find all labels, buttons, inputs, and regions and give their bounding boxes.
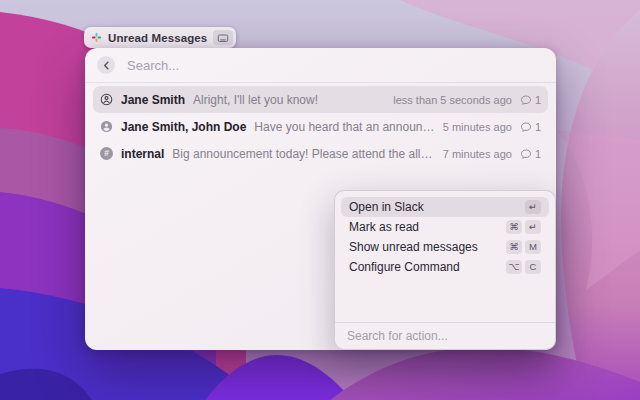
reply-count: 1 [535, 121, 541, 133]
action-panel: Open in Slack ↵ Mark as read ⌘ ↵ Show un… [334, 190, 556, 350]
message-sender: Jane Smith [121, 93, 185, 107]
message-list: Jane Smith Alright, I'll let you know! l… [85, 83, 556, 167]
action-open-in-slack[interactable]: Open in Slack ↵ [341, 197, 549, 217]
message-preview: Big announcement today! Please attend th… [172, 147, 434, 161]
return-key-icon: ↵ [525, 220, 541, 234]
reply-count: 1 [535, 148, 541, 160]
message-row[interactable]: Jane Smith, John Doe Have you heard that… [93, 113, 548, 140]
search-bar [85, 48, 556, 83]
message-sender: Jane Smith, John Doe [121, 120, 246, 134]
shortcut-keys: ⌘ M [506, 240, 541, 254]
action-search-bar [335, 322, 555, 349]
command-chip-label: Unread Messages [108, 32, 207, 44]
reply-count-badge: 1 [520, 148, 541, 160]
chevron-left-icon [102, 61, 111, 70]
action-mark-as-read[interactable]: Mark as read ⌘ ↵ [341, 217, 549, 237]
reply-count-badge: 1 [520, 121, 541, 133]
person-circle-icon [100, 93, 113, 106]
action-list: Open in Slack ↵ Mark as read ⌘ ↵ Show un… [335, 191, 555, 283]
speech-bubble-icon [520, 121, 532, 133]
slack-icon [91, 32, 102, 43]
message-timestamp: 7 minutes ago [443, 148, 512, 160]
search-input[interactable] [125, 57, 544, 74]
shortcut-keys: ⌥ C [506, 260, 541, 274]
people-circle-icon [100, 120, 113, 133]
action-configure-command[interactable]: Configure Command ⌥ C [341, 257, 549, 277]
return-key-icon: ↵ [525, 200, 541, 214]
shortcut-keys: ↵ [525, 200, 541, 214]
message-preview: Have you heard that an announcement is c… [254, 120, 434, 134]
speech-bubble-icon [520, 94, 532, 106]
panel-spacer [335, 283, 555, 322]
m-key: M [525, 240, 541, 254]
command-key-icon: ⌘ [506, 220, 522, 234]
hash-circle-icon: # [100, 147, 113, 160]
command-chip[interactable]: Unread Messages [84, 27, 236, 48]
action-show-unread-messages[interactable]: Show unread messages ⌘ M [341, 237, 549, 257]
reply-count-badge: 1 [520, 94, 541, 106]
c-key: C [525, 260, 541, 274]
message-sender: internal [121, 147, 164, 161]
speech-bubble-icon [520, 148, 532, 160]
message-timestamp: less than 5 seconds ago [393, 94, 512, 106]
action-search-input[interactable] [345, 328, 545, 344]
message-preview: Alright, I'll let you know! [193, 93, 318, 107]
message-row[interactable]: # internal Big announcement today! Pleas… [93, 140, 548, 167]
message-timestamp: 5 minutes ago [443, 121, 512, 133]
keyboard-icon [213, 30, 233, 45]
command-key-icon: ⌘ [506, 240, 522, 254]
message-row[interactable]: Jane Smith Alright, I'll let you know! l… [93, 86, 548, 113]
shortcut-keys: ⌘ ↵ [506, 220, 541, 234]
raycast-window: Jane Smith Alright, I'll let you know! l… [85, 48, 556, 350]
reply-count: 1 [535, 94, 541, 106]
back-button[interactable] [97, 56, 115, 74]
option-key-icon: ⌥ [506, 260, 522, 274]
desktop: Unread Messages [0, 0, 640, 400]
